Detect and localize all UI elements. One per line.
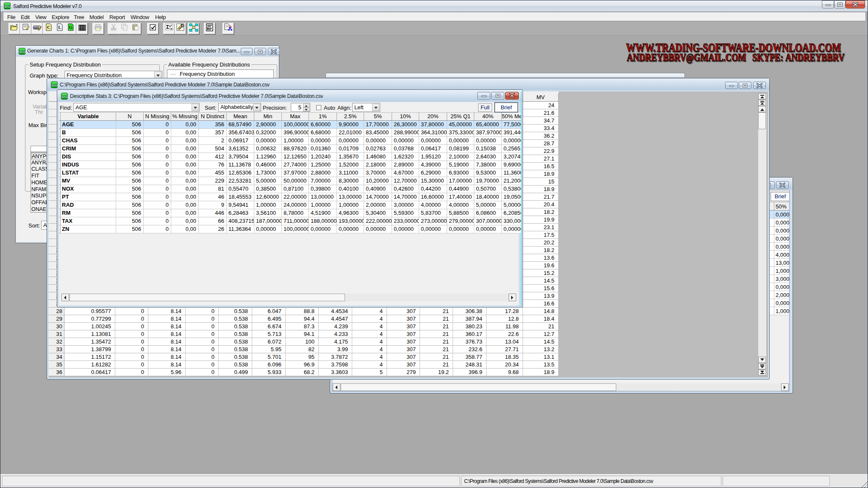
svg-text:x²: x² xyxy=(169,24,172,28)
svg-text:L: L xyxy=(58,25,61,30)
svg-text:C: C xyxy=(47,25,50,30)
svg-text:G: G xyxy=(69,25,72,30)
